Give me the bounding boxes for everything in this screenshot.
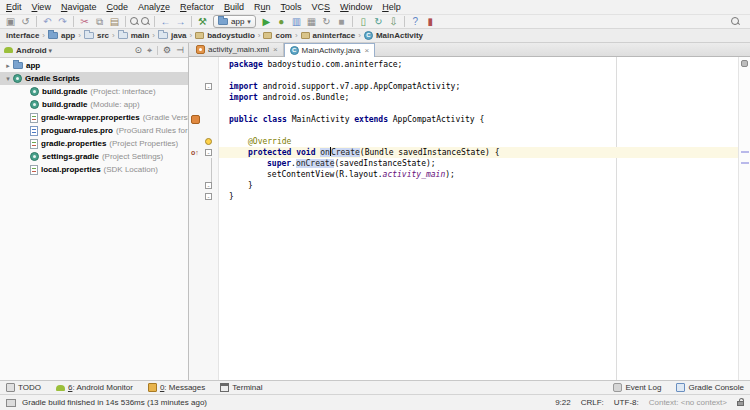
inspections-indicator-icon[interactable] (741, 60, 748, 67)
close-icon[interactable]: × (365, 46, 370, 55)
breadcrumb-app[interactable]: app (46, 31, 77, 40)
overriding-method-icon[interactable]: o↑ (191, 148, 199, 157)
line-endings-selector[interactable]: CRLF: (581, 398, 604, 407)
menu-edit[interactable]: Edit (1, 2, 27, 12)
code-line-5[interactable] (219, 103, 738, 114)
tree-item-build-gradle-2[interactable]: build.gradle(Project: interface) (0, 85, 188, 98)
save-icon[interactable]: ▣ (3, 15, 18, 28)
tool-window-switcher-icon[interactable] (6, 399, 16, 407)
menu-analyze[interactable]: Analyze (133, 2, 175, 12)
hide-panel-icon[interactable]: ⊣ (176, 45, 184, 55)
attach-debugger-icon[interactable]: ▮ (423, 15, 438, 28)
cut-icon[interactable]: ✂ (77, 15, 92, 28)
menu-run[interactable]: Run (249, 2, 276, 12)
menu-window[interactable]: Window (335, 2, 377, 12)
menu-navigate[interactable]: Navigate (56, 2, 102, 12)
code-editor[interactable]: package badoystudio.com.aninterface;impo… (219, 57, 738, 380)
android-activity-icon[interactable] (191, 115, 200, 124)
todo-button[interactable]: TODO (6, 383, 41, 392)
code-line-6[interactable]: public class MainActivity extends AppCom… (219, 114, 738, 125)
tree-item-app-0[interactable]: ▸app (0, 59, 188, 72)
menu-refactor[interactable]: Refactor (175, 2, 219, 12)
debug-icon[interactable]: ● (274, 15, 289, 28)
find-icon[interactable] (129, 16, 140, 27)
run-config-selector[interactable]: app▾ (213, 15, 256, 28)
menu-vcs[interactable]: VCS (307, 2, 336, 12)
encoding-selector[interactable]: UTF-8: (614, 398, 639, 407)
code-line-13[interactable]: } (219, 191, 738, 202)
fold-marker-icon[interactable]: - (205, 182, 212, 189)
tab-activity-main-xml[interactable]: activity_main.xml× (191, 43, 284, 56)
make-project-icon[interactable]: ⚒ (195, 15, 210, 28)
code-line-1[interactable]: package badoystudio.com.aninterface; (219, 59, 738, 70)
terminal-button[interactable]: Terminal (220, 383, 262, 392)
tree-item-gradle-properties-6[interactable]: gradle.properties(Project Properties) (0, 137, 188, 150)
breadcrumb-interface[interactable]: interface (4, 31, 41, 40)
forward-icon[interactable]: → (173, 15, 188, 28)
profiler-icon[interactable]: ▥ (289, 15, 304, 28)
menu-build[interactable]: Build (219, 2, 249, 12)
code-line-8[interactable]: @Override (219, 136, 738, 147)
tree-item-proguard-rules-pro-5[interactable]: proguard-rules.pro(ProGuard Rules for ap… (0, 124, 188, 137)
menu-view[interactable]: View (27, 2, 56, 12)
tree-item-gradle-wrapper-properties-4[interactable]: gradle-wrapper.properties(Gradle Version… (0, 111, 188, 124)
code-line-10[interactable]: super.onCreate(savedInstanceState); (219, 158, 738, 169)
caret-position[interactable]: 9:22 (555, 398, 571, 407)
run-context[interactable]: Context: <no context> (649, 398, 727, 407)
fold-marker-icon[interactable]: - (205, 83, 212, 90)
gear-icon[interactable]: ⚙ (163, 45, 171, 55)
gradle-console-button[interactable]: Gradle Console (676, 383, 744, 392)
find-in-path-icon[interactable] (140, 16, 151, 27)
sync-icon[interactable]: ↺ (18, 15, 33, 28)
tab-mainactivity-java[interactable]: MainActivity.java× (284, 43, 376, 57)
sdk-manager-icon[interactable]: ⇩ (386, 15, 401, 28)
breadcrumb-mainactivity[interactable]: MainActivity (362, 31, 425, 40)
fold-marker-icon[interactable]: - (205, 193, 212, 200)
run-icon[interactable]: ▶ (259, 15, 274, 28)
back-icon[interactable]: ← (158, 15, 173, 28)
menu-help[interactable]: Help (377, 2, 406, 12)
code-line-2[interactable] (219, 70, 738, 81)
code-line-7[interactable] (219, 125, 738, 136)
code-line-9[interactable]: protected void onCreate(Bundle savedInst… (219, 147, 738, 158)
chevron-right-icon[interactable]: ▸ (3, 62, 13, 70)
chevron-down-icon[interactable]: ▾ (3, 75, 13, 83)
undo-icon[interactable]: ↶ (40, 15, 55, 28)
fold-marker-icon[interactable]: - (205, 149, 212, 156)
breadcrumb-java[interactable]: java (156, 31, 189, 40)
code-line-11[interactable]: setContentView(R.layout.activity_main); (219, 169, 738, 180)
tree-item-build-gradle-3[interactable]: build.gradle(Module: app) (0, 98, 188, 111)
lock-icon[interactable] (737, 401, 744, 406)
code-line-12[interactable]: } (219, 180, 738, 191)
breadcrumb-com[interactable]: com (261, 31, 293, 40)
code-line-4[interactable]: import android.os.Bundle; (219, 92, 738, 103)
menu-tools[interactable]: Tools (276, 2, 307, 12)
coverage-icon[interactable]: ▦ (304, 15, 319, 28)
menu-code[interactable]: Code (101, 2, 133, 12)
tree-item-settings-gradle-7[interactable]: settings.gradle(Project Settings) (0, 150, 188, 163)
tree-item-local-properties-8[interactable]: local.properties(SDK Location) (0, 163, 188, 176)
breadcrumb-main[interactable]: main (116, 31, 152, 40)
code-line-3[interactable]: import android.support.v7.app.AppCompatA… (219, 81, 738, 92)
android-monitor-button[interactable]: 6: Android Monitor (56, 383, 133, 392)
gradle-sync-icon[interactable]: ↻ (371, 15, 386, 28)
paste-icon[interactable]: ▤ (107, 15, 122, 28)
help-icon[interactable]: ? (408, 15, 423, 28)
breadcrumb-badoystudio[interactable]: badoystudio (193, 31, 257, 40)
intention-bulb-icon[interactable] (205, 138, 212, 145)
copy-icon[interactable]: ⧉ (92, 15, 107, 28)
messages-button[interactable]: 0: Messages (148, 383, 205, 392)
stop-icon[interactable]: ■ (334, 15, 349, 28)
restart-icon[interactable]: ↻ (319, 15, 334, 28)
breadcrumb-aninterface[interactable]: aninterface (299, 31, 358, 40)
redo-icon[interactable]: ↷ (55, 15, 70, 28)
project-view-selector[interactable]: Android (16, 46, 52, 55)
search-everywhere-icon[interactable] (730, 16, 741, 27)
settings-filter-icon[interactable]: ⊙ (134, 45, 142, 55)
avd-manager-icon[interactable]: ▯ (356, 15, 371, 28)
event-log-button[interactable]: Event Log (613, 383, 661, 392)
close-icon[interactable]: × (273, 45, 278, 54)
breadcrumb-src[interactable]: src (82, 31, 111, 40)
locate-icon[interactable]: ⌖ (147, 45, 152, 56)
scrollbar-error-stripe[interactable] (738, 57, 750, 380)
